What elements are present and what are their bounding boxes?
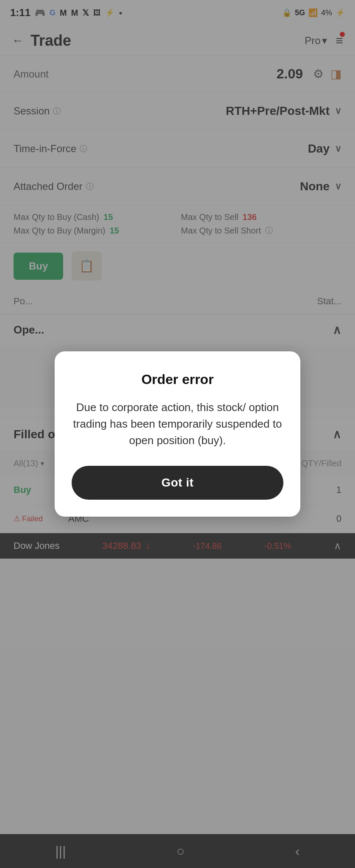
got-it-button[interactable]: Got it — [72, 466, 283, 500]
modal-body: Due to corporate action, this stock/ opt… — [72, 399, 283, 449]
modal-overlay: Order error Due to corporate action, thi… — [0, 0, 355, 868]
order-error-modal: Order error Due to corporate action, thi… — [55, 351, 300, 517]
modal-title: Order error — [72, 372, 283, 387]
